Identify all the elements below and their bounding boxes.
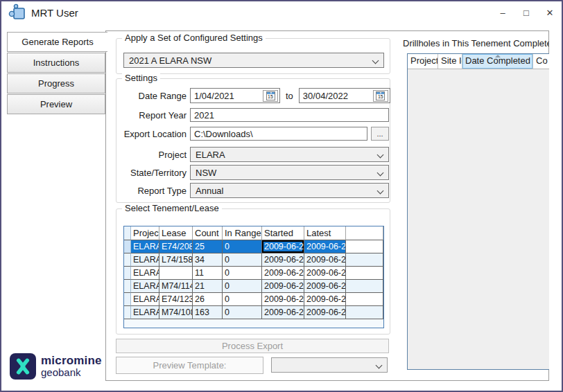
group-label: Select Tenement/Lease xyxy=(122,203,222,213)
row-selector[interactable] xyxy=(124,240,131,253)
state-territory-label: State/Territory xyxy=(120,168,187,178)
row-selector[interactable] xyxy=(124,280,131,293)
chevron-down-icon xyxy=(377,152,384,159)
logo-line-geobank: geobank xyxy=(41,367,102,378)
drillholes-grid: Project Site Id Date Completed Co xyxy=(407,53,549,370)
state-territory-select[interactable]: NSW xyxy=(190,165,389,180)
micromine-geobank-logo: micromine geobank xyxy=(10,353,102,380)
logo-line-micromine: micromine xyxy=(41,355,102,367)
tenement-group: Select Tenement/Lease Project Lease Coun… xyxy=(116,208,390,335)
table-row[interactable]: ELARA 11 0 2009-06-20 2009-06-20 xyxy=(124,267,383,280)
logo-text: micromine geobank xyxy=(41,355,102,378)
col-header-latest[interactable]: Latest xyxy=(304,226,346,240)
col-header-count[interactable]: Count xyxy=(193,226,223,240)
table-row[interactable]: ELARA M74/114 21 0 2009-06-20 2009-06-20 xyxy=(124,280,383,293)
project-value: ELARA xyxy=(196,150,225,160)
drillholes-grid-header: Project Site Id Date Completed Co xyxy=(408,54,549,69)
sort-ascending-icon xyxy=(495,55,501,57)
export-location-value: C:\Downloads\ xyxy=(194,129,253,139)
preview-template-select[interactable] xyxy=(271,357,388,373)
tab-label: Generate Reports xyxy=(21,37,93,47)
calendar-icon: 15 xyxy=(376,91,385,100)
date-from-field[interactable]: 1/04/2021 15 xyxy=(190,88,280,103)
col-header-started[interactable]: Started xyxy=(262,226,304,240)
tab-label: Instructions xyxy=(33,57,79,68)
export-location-label: Export Location xyxy=(120,129,187,139)
drillholes-panel-label: Drillholes in This Tenement Completed D xyxy=(403,38,549,48)
table-row[interactable]: ELARA L74/158 34 0 2009-06-20 2009-06-20 xyxy=(124,253,383,267)
configured-settings-select[interactable]: 2021 A ELARA NSW xyxy=(123,53,384,68)
window-title: MRT User xyxy=(31,7,78,19)
micromine-logo-icon xyxy=(10,353,36,380)
project-label: Project xyxy=(120,150,187,160)
state-territory-value: NSW xyxy=(196,168,216,178)
col-header-filler xyxy=(346,226,383,240)
app-window: MRT User – □ ✕ Generate Reports Instruct… xyxy=(0,0,563,392)
table-row[interactable]: ELARA E74/1233 26 0 2009-06-20 2009-06-2… xyxy=(124,293,383,306)
tab-progress[interactable]: Progress xyxy=(7,73,105,93)
maximize-icon[interactable]: □ xyxy=(514,1,538,24)
project-row: Project ELARA xyxy=(120,147,389,162)
report-year-value: 2021 xyxy=(194,110,214,121)
focused-cell: 2009-06-20 xyxy=(262,240,304,253)
drillholes-panel: Drillholes in This Tenement Completed D … xyxy=(401,37,549,379)
close-icon[interactable]: ✕ xyxy=(538,1,562,24)
date-from-value: 1/04/2021 xyxy=(194,91,263,101)
date-range-to-label: to xyxy=(286,91,293,101)
report-year-label: Report Year xyxy=(120,110,187,121)
chevron-down-icon xyxy=(377,188,384,195)
configured-settings-value: 2021 A ELARA NSW xyxy=(129,55,211,66)
col-header-project[interactable]: Project xyxy=(131,226,159,240)
report-year-input[interactable]: 2021 xyxy=(190,108,389,122)
tab-instructions[interactable]: Instructions xyxy=(7,53,105,73)
col-header-lease[interactable]: Lease xyxy=(159,226,193,240)
row-selector[interactable] xyxy=(124,306,131,319)
report-type-value: Annual xyxy=(196,186,223,196)
tab-label: Progress xyxy=(38,78,74,89)
export-location-input[interactable]: C:\Downloads\ xyxy=(190,127,367,141)
col-header-site-id[interactable]: Site Id xyxy=(438,54,462,69)
date-range-label: Date Range xyxy=(120,91,187,101)
col-header-project[interactable]: Project xyxy=(408,54,438,69)
group-label: Settings xyxy=(122,73,160,83)
project-select[interactable]: ELARA xyxy=(190,147,389,162)
chevron-down-icon xyxy=(372,57,379,64)
title-bar[interactable]: MRT User – □ ✕ xyxy=(1,1,562,24)
export-location-row: Export Location C:\Downloads\ ... xyxy=(120,127,389,141)
tenement-grid: Project Lease Count In Range Started Lat… xyxy=(123,226,384,328)
report-type-row: Report Type Annual xyxy=(120,183,389,198)
col-header-co[interactable]: Co xyxy=(533,54,549,69)
chevron-down-icon xyxy=(376,362,383,369)
report-type-label: Report Type xyxy=(120,186,187,196)
group-label: Apply a Set of Configured Settings xyxy=(122,33,266,43)
col-header-in-range[interactable]: In Range xyxy=(223,226,262,240)
settings-group: Settings Date Range 1/04/2021 15 to 30/0… xyxy=(116,78,390,203)
process-export-button[interactable]: Process Export xyxy=(116,339,389,353)
date-to-picker-button[interactable]: 15 xyxy=(373,90,388,102)
report-type-select[interactable]: Annual xyxy=(190,183,389,198)
state-territory-row: State/Territory NSW xyxy=(120,165,389,180)
browse-button[interactable]: ... xyxy=(371,127,389,141)
tab-label: Preview xyxy=(40,99,72,109)
generate-reports-page: Apply a Set of Configured Settings 2021 … xyxy=(105,30,549,381)
date-to-field[interactable]: 30/04/2022 15 xyxy=(299,88,390,103)
row-selector[interactable] xyxy=(124,267,131,280)
report-year-row: Report Year 2021 xyxy=(120,108,389,122)
tab-preview[interactable]: Preview xyxy=(7,94,105,114)
minimize-icon[interactable]: – xyxy=(491,1,514,24)
app-icon xyxy=(8,3,26,21)
date-to-value: 30/04/2022 xyxy=(303,91,373,101)
preview-template-button[interactable]: Preview Template: xyxy=(116,357,263,374)
table-row[interactable]: ELARA M74/108 163 0 2009-06-20 2009-06-2… xyxy=(124,306,383,319)
chevron-down-icon xyxy=(377,170,384,177)
row-selector[interactable] xyxy=(124,293,131,306)
table-row[interactable]: ELARA E74/208 25 0 2009-06-20 2009-06-20 xyxy=(124,240,383,253)
date-range-row: Date Range 1/04/2021 15 to 30/04/2022 xyxy=(120,88,390,103)
date-from-picker-button[interactable]: 15 xyxy=(263,90,278,102)
apply-settings-group: Apply a Set of Configured Settings 2021 … xyxy=(116,38,390,74)
col-header-date-completed[interactable]: Date Completed xyxy=(462,54,533,69)
row-selector[interactable] xyxy=(124,253,131,267)
calendar-icon: 15 xyxy=(266,91,275,100)
tenement-grid-header: Project Lease Count In Range Started Lat… xyxy=(124,226,383,240)
tab-generate-reports[interactable]: Generate Reports xyxy=(7,32,107,52)
